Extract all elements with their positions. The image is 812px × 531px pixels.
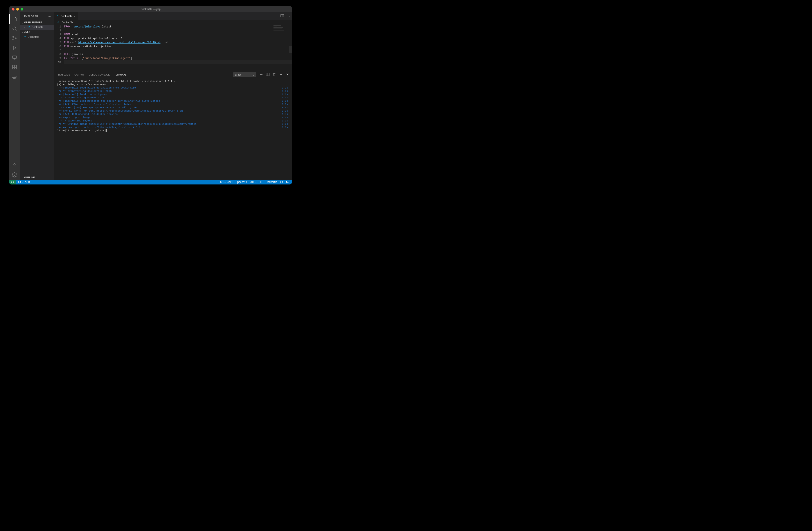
svg-rect-5 [13, 65, 14, 67]
code-line[interactable] [64, 29, 292, 33]
code-line[interactable]: USER jenkins [64, 53, 292, 56]
code-editor[interactable]: 12345678910 FROM jenkins/jnlp-slave:late… [54, 25, 292, 71]
close-panel-icon[interactable] [286, 73, 289, 76]
sidebar-header: EXPLORER ··· [20, 12, 54, 20]
open-editor-label: Dockerfile [32, 26, 43, 29]
code-line[interactable]: FROM jenkins/jnlp-slave:latest [64, 25, 292, 29]
panel-tab-debug-console[interactable]: DEBUG CONSOLE [89, 71, 110, 78]
more-actions-icon[interactable]: ··· [48, 15, 52, 17]
split-editor-icon[interactable] [280, 14, 284, 18]
trash-icon[interactable] [273, 73, 276, 76]
terminal[interactable]: lizhe@lizhedeMacBook-Pro jnlp % docker b… [54, 78, 292, 180]
chevron-right-icon: ⌄ [21, 176, 24, 179]
chevron-down-icon: ⌄ [20, 21, 24, 24]
search-icon[interactable] [9, 24, 20, 33]
open-editors-label: OPEN EDITORS [24, 21, 42, 24]
minimap[interactable] [273, 25, 291, 36]
code-line[interactable]: USER root [64, 33, 292, 37]
editor-tab[interactable]: Dockerfile × [54, 12, 78, 20]
bottom-panel: PROBLEMSOUTPUTDEBUG CONSOLETERMINAL 1: z… [54, 71, 292, 180]
dockerfile-icon [57, 20, 60, 24]
minimize-window-button[interactable] [16, 8, 19, 11]
notifications-icon[interactable] [285, 180, 290, 184]
split-terminal-icon[interactable] [266, 73, 270, 76]
dockerfile-icon [24, 35, 27, 39]
breadcrumb-more: … [76, 21, 79, 24]
accounts-icon[interactable] [9, 160, 20, 170]
more-actions-icon[interactable]: ··· [287, 15, 290, 18]
file-tree-item[interactable]: Dockerfile [20, 34, 54, 39]
chevron-right-icon: › [74, 21, 75, 24]
editor-tabs: Dockerfile × ··· [54, 12, 292, 20]
extensions-icon[interactable] [9, 62, 20, 72]
panel-tab-output[interactable]: OUTPUT [74, 71, 84, 78]
indentation-status[interactable]: Spaces: 4 [234, 180, 248, 184]
source-control-icon[interactable] [9, 33, 20, 43]
language-mode[interactable]: Dockerfile [264, 180, 279, 184]
svg-rect-7 [15, 67, 16, 69]
panel-tabs: PROBLEMSOUTPUTDEBUG CONSOLETERMINAL 1: z… [54, 71, 292, 78]
outline-section[interactable]: ⌄ OUTLINE [20, 175, 54, 180]
settings-gear-icon[interactable] [9, 170, 20, 180]
chevron-down-icon: ⌄ [252, 73, 255, 76]
code-line[interactable]: RUN curl https://releases.rancher.com/in… [64, 41, 292, 45]
remote-indicator[interactable] [9, 180, 16, 184]
close-tab-icon[interactable]: × [73, 14, 75, 18]
chevron-up-icon[interactable] [279, 73, 282, 76]
line-gutter: 12345678910 [54, 25, 64, 64]
warning-count: 0 [28, 181, 30, 184]
maximize-window-button[interactable] [20, 8, 23, 11]
breadcrumb[interactable]: Dockerfile › … [54, 20, 292, 25]
svg-point-3 [15, 38, 16, 39]
project-section[interactable]: ⌄ JNLP [20, 30, 54, 34]
close-window-button[interactable] [12, 8, 14, 11]
feedback-icon[interactable] [279, 180, 285, 184]
svg-rect-4 [13, 56, 16, 58]
docker-extension-icon[interactable] [9, 72, 20, 82]
encoding-status[interactable]: UTF-8 [249, 180, 259, 184]
open-editor-item[interactable]: × Dockerfile [20, 25, 54, 30]
svg-point-0 [13, 27, 16, 30]
cursor-position[interactable]: Ln 10, Col 1 [217, 180, 234, 184]
dockerfile-icon [56, 14, 59, 18]
breadcrumb-file: Dockerfile [61, 21, 73, 24]
terminal-selector-label: 1: zsh [235, 73, 242, 76]
close-icon[interactable]: × [24, 26, 27, 29]
code-line[interactable]: RUN usermod -aG docker jenkins [64, 45, 292, 48]
terminal-selector[interactable]: 1: zsh ⌄ [233, 72, 256, 77]
code-line[interactable] [64, 60, 292, 64]
code-line[interactable] [64, 48, 292, 53]
titlebar: Dockerfile — jnlp [9, 6, 292, 12]
svg-point-1 [13, 37, 14, 38]
sidebar-title: EXPLORER [24, 15, 38, 17]
error-count: 0 [22, 181, 24, 184]
eol-status[interactable]: LF [259, 180, 264, 184]
editor-split-handle[interactable] [289, 46, 292, 53]
explorer-sidebar: EXPLORER ··· ⌄ OPEN EDITORS × Dockerfile… [20, 12, 54, 180]
activity-bar [9, 12, 20, 180]
file-tree-label: Dockerfile [28, 36, 39, 39]
status-bar: 0 0 Ln 10, Col 1 Spaces: 4 UTF-8 LF Dock… [9, 180, 292, 184]
open-editors-section[interactable]: ⌄ OPEN EDITORS [20, 20, 54, 25]
code-line[interactable]: RUN apt update && apt install -y curl [64, 37, 292, 41]
vscode-window: Dockerfile — jnlp [9, 6, 292, 184]
svg-point-10 [14, 174, 15, 176]
code-line[interactable]: ENTRYPOINT ["/usr/local/bin/jenkins-agen… [64, 56, 292, 60]
editor-actions: ··· [280, 12, 292, 20]
svg-rect-8 [15, 65, 16, 67]
explorer-icon[interactable] [9, 14, 20, 24]
panel-tab-terminal[interactable]: TERMINAL [114, 71, 127, 78]
panel-tab-problems[interactable]: PROBLEMS [57, 71, 70, 78]
code-area[interactable]: FROM jenkins/jnlp-slave:latest USER root… [64, 25, 292, 64]
tab-label: Dockerfile [61, 15, 72, 18]
dockerfile-icon [28, 26, 31, 29]
problems-status[interactable]: 0 0 [17, 180, 31, 184]
new-terminal-icon[interactable] [259, 73, 263, 76]
traffic-lights [9, 8, 23, 11]
svg-point-2 [13, 39, 14, 40]
editor-group: Dockerfile × ··· Dockerfile › … [54, 12, 292, 180]
outline-label: OUTLINE [24, 176, 35, 179]
svg-point-9 [14, 163, 15, 165]
remote-explorer-icon[interactable] [9, 53, 20, 62]
run-debug-icon[interactable] [9, 43, 20, 53]
